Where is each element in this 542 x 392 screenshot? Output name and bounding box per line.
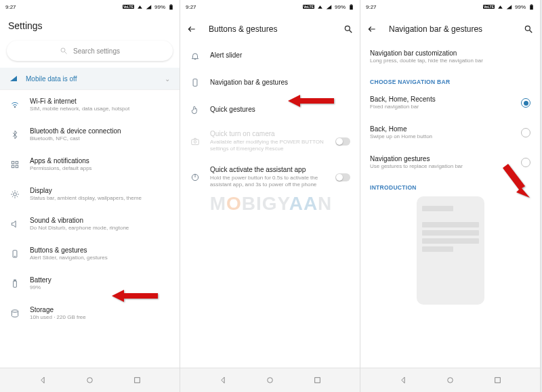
item-navbar-customization[interactable]: Navigation bar customizationLong press, … [360,42,540,72]
nav-bar [360,368,540,392]
search-icon[interactable] [343,24,353,34]
pane-buttons-gestures: 9:27 VoLTE99% Buttons & gestures Alert s… [180,0,360,392]
header: Navigation bar & gestures [360,14,540,38]
page-title: Buttons & gestures [209,24,343,34]
mobile-data-banner[interactable]: Mobile data is off ⌄ [0,68,180,89]
item-storage[interactable]: Storage10h used · 220 GB free [0,299,180,328]
item-navigation-bar-gestures[interactable]: Navigation bar & gestures [180,69,360,96]
power-icon [190,173,201,182]
svg-rect-5 [12,161,14,164]
section-choose-nav: CHOOSE NAVIGATION BAR [360,72,540,88]
nav-bar [180,368,360,392]
clock: 9:27 [5,4,16,10]
search-placeholder: Search settings [73,47,120,55]
radio[interactable] [521,158,530,167]
camera-icon [190,137,201,146]
display-icon [9,190,20,199]
bell-icon [190,51,201,60]
opt-back-home[interactable]: Back, HomeSwipe up on Home button [360,118,540,148]
nav-bar [0,368,180,392]
svg-rect-13 [14,280,16,281]
apps-icon [9,160,20,169]
signal-icon [9,74,18,83]
item-quick-activate-assistant[interactable]: Quick activate the assistant appHold the… [180,159,360,195]
svg-rect-27 [314,378,320,383]
toggle[interactable] [335,173,350,181]
nav-recents-icon[interactable] [313,376,322,385]
svg-line-20 [350,30,352,33]
gestures-icon [9,249,20,259]
svg-line-31 [530,30,533,33]
item-wifi-internet[interactable]: Wi-Fi & internetSIM, mobile network, dat… [0,90,180,120]
sound-icon [9,219,20,229]
svg-point-14 [12,310,18,313]
radio[interactable] [521,128,530,137]
page-title: Settings [0,14,180,37]
bluetooth-icon [9,130,20,139]
item-bluetooth-device[interactable]: Bluetooth & device connectionBluetooth, … [0,120,180,150]
chevron-down-icon: ⌄ [165,75,170,83]
status-bar: 9:27 VoLTE99% [360,0,540,14]
toggle [335,137,350,146]
radio[interactable] [521,98,530,108]
nav-home-icon[interactable] [85,376,94,385]
search-icon [60,47,68,55]
item-quick-turn-on-camera: Quick turn on cameraAvailable after modi… [180,123,360,159]
section-introduction: INTRODUCTION [360,177,540,194]
item-quick-gestures[interactable]: Quick gestures [180,96,360,123]
status-bar: 9:27 VoLTE 99% [0,0,180,14]
svg-rect-1 [170,4,171,5]
pane-navigation-bar-gestures: 9:27 VoLTE99% Navigation bar & gestures … [360,0,541,392]
wifi-icon [9,100,20,110]
svg-point-15 [87,378,93,383]
svg-rect-16 [134,378,140,383]
search-bar[interactable]: Search settings [7,41,173,61]
nav-back-icon[interactable] [399,376,408,385]
svg-point-30 [525,26,530,30]
page-title: Navigation bar & gestures [389,24,524,34]
search-icon[interactable] [524,24,533,34]
item-sound-vibration[interactable]: Sound & vibrationDo Not Disturb, earphon… [0,209,180,239]
svg-rect-21 [193,79,197,87]
nav-back-icon[interactable] [39,376,47,385]
svg-rect-7 [12,165,14,168]
nav-recents-icon[interactable] [493,376,502,385]
opt-navigation-gestures[interactable]: Navigation gesturesUse gestures to repla… [360,148,540,177]
svg-point-32 [448,378,453,383]
svg-rect-22 [192,139,199,145]
svg-point-23 [194,140,196,143]
svg-point-9 [14,193,17,196]
svg-rect-18 [350,4,352,5]
item-battery[interactable]: Battery99% [0,269,180,299]
nav-back-icon[interactable] [219,376,228,385]
nav-home-icon[interactable] [446,376,455,385]
svg-rect-17 [350,5,353,9]
battery-icon [9,279,20,288]
svg-rect-29 [530,4,532,5]
svg-rect-12 [14,281,17,287]
back-icon[interactable] [187,24,196,34]
status-bar: 9:27 VoLTE99% [180,0,360,14]
svg-rect-0 [169,5,173,9]
svg-rect-28 [530,5,533,9]
nav-home-icon[interactable] [266,376,274,385]
svg-rect-8 [16,165,18,168]
opt-back-home-recents[interactable]: Back, Home, RecentsFixed navigation bar [360,88,540,118]
status-icons: VoLTE 99% [123,4,174,10]
item-buttons-gestures[interactable]: Buttons & gesturesAlert Slider, navigati… [0,239,180,269]
header: Buttons & gestures [180,14,360,38]
svg-point-4 [14,106,16,108]
pane-settings: 9:27 VoLTE 99% Settings Search settings … [0,0,180,392]
item-alert-slider[interactable]: Alert slider [180,42,360,69]
phone-icon [190,78,201,87]
back-icon[interactable] [367,24,377,34]
svg-point-26 [268,378,273,383]
nav-recents-icon[interactable] [133,376,142,385]
item-apps-notifications[interactable]: Apps & notificationsPermissions, default… [0,150,180,179]
svg-rect-33 [495,378,500,383]
svg-line-3 [65,52,67,54]
svg-point-19 [345,26,350,30]
hand-icon [190,105,201,114]
item-display[interactable]: DisplayStatus bar, ambient display, wall… [0,179,180,209]
storage-icon [9,309,20,318]
